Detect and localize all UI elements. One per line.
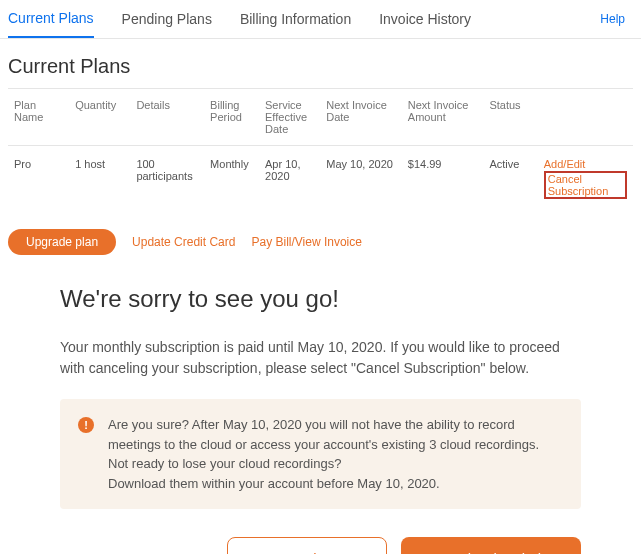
tab-billing-info[interactable]: Billing Information	[240, 1, 351, 37]
warning-line-3: Download them within your account before…	[108, 476, 440, 491]
cancel-dialog: We're sorry to see you go! Your monthly …	[0, 275, 641, 554]
table-row: Pro 1 host 100 participants Monthly Apr …	[8, 146, 633, 212]
cell-effective: Apr 10, 2020	[259, 146, 320, 212]
help-link[interactable]: Help	[600, 12, 633, 26]
table-header-row: Plan Name Quantity Details Billing Perio…	[8, 89, 633, 146]
col-plan-name: Plan Name	[8, 89, 69, 146]
add-edit-link[interactable]: Add/Edit	[544, 158, 627, 170]
cancel-subscription-link[interactable]: Cancel Subscription	[548, 173, 609, 197]
cell-quantity: 1 host	[69, 146, 130, 212]
col-actions	[538, 89, 633, 146]
col-next-invoice-amount: Next Invoice Amount	[402, 89, 484, 146]
warning-line-2: Not ready to lose your cloud recordings?	[108, 456, 341, 471]
warning-text: Are you sure? After May 10, 2020 you wil…	[108, 415, 563, 493]
warning-line-1: Are you sure? After May 10, 2020 you wil…	[108, 417, 539, 452]
col-quantity: Quantity	[69, 89, 130, 146]
col-status: Status	[483, 89, 537, 146]
pay-bill-link[interactable]: Pay Bill/View Invoice	[251, 235, 362, 249]
col-billing-period: Billing Period	[204, 89, 259, 146]
undo-button[interactable]: Undo	[227, 537, 387, 554]
cancel-title: We're sorry to see you go!	[60, 285, 581, 313]
cell-billing: Monthly	[204, 146, 259, 212]
cell-actions: Add/Edit Cancel Subscription	[538, 146, 633, 212]
col-next-invoice-date: Next Invoice Date	[320, 89, 402, 146]
cell-next-amount: $14.99	[402, 146, 484, 212]
page-title: Current Plans	[0, 39, 641, 88]
warning-box: ! Are you sure? After May 10, 2020 you w…	[60, 399, 581, 509]
plans-table: Plan Name Quantity Details Billing Perio…	[0, 88, 641, 211]
tab-invoice-history[interactable]: Invoice History	[379, 1, 471, 37]
cell-next-date: May 10, 2020	[320, 146, 402, 212]
cell-plan-name: Pro	[8, 146, 69, 212]
cell-details: 100 participants	[130, 146, 204, 212]
update-credit-card-link[interactable]: Update Credit Card	[132, 235, 235, 249]
cancel-body: Your monthly subscription is paid until …	[60, 337, 581, 379]
tab-bar: Current Plans Pending Plans Billing Info…	[0, 0, 641, 39]
upgrade-plan-button[interactable]: Upgrade plan	[8, 229, 116, 255]
tab-current-plans[interactable]: Current Plans	[8, 0, 94, 38]
cancel-subscription-button[interactable]: Cancel Subscription	[401, 537, 581, 554]
warning-icon: !	[78, 417, 94, 433]
col-effective-date: Service Effective Date	[259, 89, 320, 146]
cell-status: Active	[483, 146, 537, 212]
action-bar: Upgrade plan Update Credit Card Pay Bill…	[0, 211, 641, 275]
tab-pending-plans[interactable]: Pending Plans	[122, 1, 212, 37]
dialog-button-row: Undo Cancel Subscription	[60, 537, 581, 554]
cancel-subscription-highlight: Cancel Subscription	[544, 171, 627, 199]
col-details: Details	[130, 89, 204, 146]
